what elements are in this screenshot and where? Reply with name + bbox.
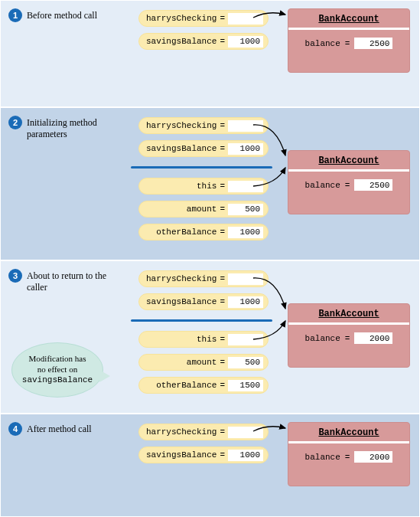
panel-title: Before method call	[27, 10, 111, 21]
var-otherBalance: otherBalance= 1500	[138, 377, 269, 394]
var-otherBalance: otherBalance= 1000	[138, 224, 269, 241]
scope-divider	[131, 166, 272, 169]
var-value	[228, 13, 263, 25]
divider	[288, 322, 409, 325]
bankaccount-object: BankAccount balance = 2000	[288, 422, 410, 486]
step-number: 3	[8, 269, 22, 283]
panel-title: After method call	[27, 424, 111, 435]
divider	[288, 169, 409, 172]
object-field: balance = 2500	[295, 38, 403, 49]
var-savingsBalance: savingsBalance= 1000	[138, 33, 269, 50]
var-this: this=	[138, 331, 269, 348]
step-number: 2	[8, 116, 22, 129]
variables: harrysChecking= savingsBalance= 1000	[138, 424, 269, 463]
object-class: BankAccount	[295, 14, 403, 25]
variables: harrysChecking= savingsBalance= 1000	[138, 10, 269, 50]
bubble-line2: no effect on	[37, 365, 77, 374]
scope-divider	[131, 319, 272, 322]
callout-bubble: Modification has no effect on savingsBal…	[11, 342, 103, 398]
var-harrysChecking: harrysChecking=	[138, 270, 269, 287]
bankaccount-object: BankAccount balance = 2500	[288, 150, 410, 214]
var-harrysChecking: harrysChecking=	[138, 10, 269, 27]
bubble-line1: Modification has	[29, 354, 86, 363]
object-field: balance = 2500	[295, 179, 403, 191]
step-number: 4	[8, 422, 22, 436]
panel-3: 3 About to return to the caller harrysCh…	[0, 260, 420, 414]
var-amount: amount= 500	[138, 354, 269, 371]
panel-1: 1 Before method call harrysChecking= sav…	[0, 0, 420, 107]
object-class: BankAccount	[295, 427, 403, 438]
panel-2: 2 Initializing method parameters harrysC…	[0, 107, 420, 260]
var-savingsBalance: savingsBalance= 1000	[138, 447, 269, 463]
panel-title: Initializing method parameters	[27, 117, 111, 140]
object-field: balance = 2000	[295, 332, 403, 344]
object-field: balance = 2000	[295, 451, 403, 463]
bankaccount-object: BankAccount balance = 2000	[288, 303, 410, 368]
object-class: BankAccount	[295, 155, 403, 166]
object-class: BankAccount	[295, 309, 403, 319]
panel-title: About to return to the caller	[27, 270, 111, 293]
bankaccount-object: BankAccount balance = 2500	[288, 8, 410, 73]
divider	[288, 441, 409, 443]
var-savingsBalance: savingsBalance= 1000	[138, 140, 269, 157]
variables: harrysChecking= savingsBalance= 1000 thi…	[138, 270, 269, 394]
bubble-code: savingsBalance	[22, 375, 93, 384]
step-number: 1	[8, 8, 22, 22]
var-savingsBalance: savingsBalance= 1000	[138, 293, 269, 310]
var-this: this=	[138, 178, 269, 195]
var-harrysChecking: harrysChecking=	[138, 117, 269, 134]
divider	[288, 28, 409, 30]
var-value: 1000	[228, 36, 263, 47]
var-amount: amount= 500	[138, 201, 269, 218]
panel-4: 4 After method call harrysChecking= savi…	[0, 414, 420, 517]
var-harrysChecking: harrysChecking=	[138, 424, 269, 440]
variables: harrysChecking= savingsBalance= 1000 thi…	[138, 117, 269, 241]
